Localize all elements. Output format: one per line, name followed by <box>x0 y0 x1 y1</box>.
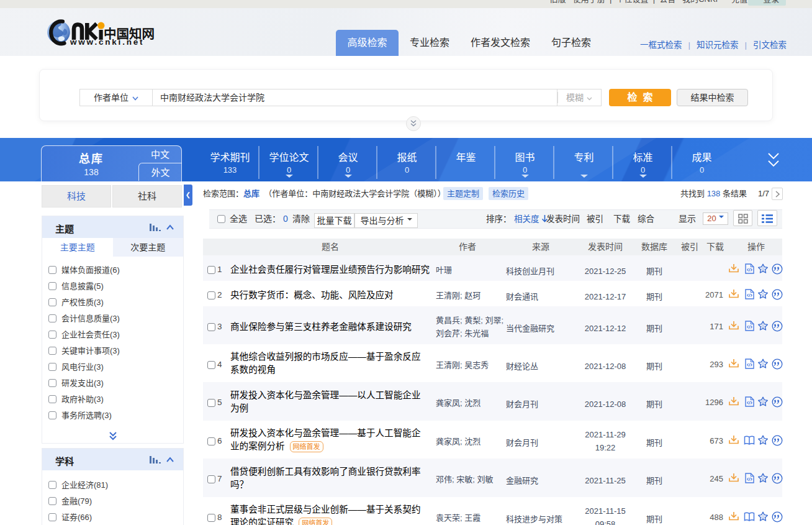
svg-text:www.cnki.net: www.cnki.net <box>70 37 144 47</box>
